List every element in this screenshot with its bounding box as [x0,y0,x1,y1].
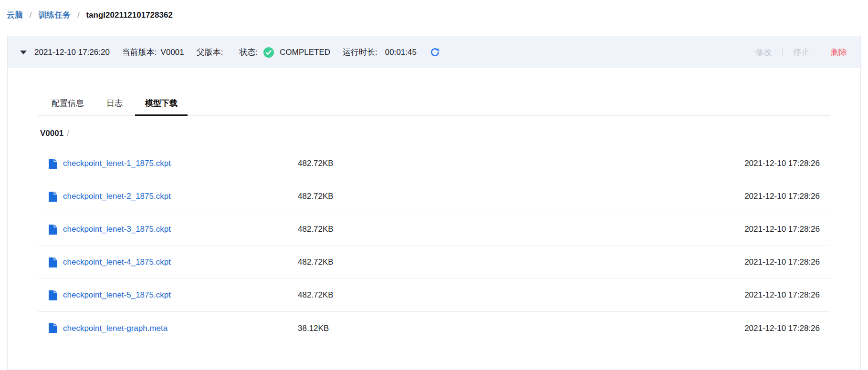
tab-model-download[interactable]: 模型下载 [135,93,188,116]
status-value: COMPLETED [280,48,330,57]
file-icon [49,323,57,333]
stop-button[interactable]: 停止 [793,47,809,58]
file-download-link[interactable]: checkpoint_lenet-3_1875.ckpt [63,225,171,234]
page: 云脑 / 训练任务 / tangl202112101728362 2021-12… [0,0,868,370]
version-actions: 修改 停止 删除 [755,47,847,58]
file-download-link[interactable]: checkpoint_lenet-5_1875.ckpt [63,290,171,300]
version-created-time: 2021-12-10 17:26:20 [34,48,110,57]
breadcrumb-link-training-tasks[interactable]: 训练任务 [38,10,71,20]
file-icon [49,257,57,267]
action-divider [782,48,783,56]
version-detail-body: 配置信息 日志 模型下载 V0001/ checkpoint_lenet-1_1… [8,93,860,345]
tab-bar: 配置信息 日志 模型下载 [38,93,830,116]
model-version-path: V0001/ [40,129,830,138]
file-name-cell: checkpoint_lenet-4_1875.ckpt [38,257,298,267]
duration-value: 00:01:45 [385,48,417,57]
delete-button[interactable]: 删除 [831,47,847,58]
file-modified-time: 2021-12-10 17:28:26 [744,257,820,267]
file-size: 482.72KB [298,192,744,201]
file-download-link[interactable]: checkpoint_lenet-2_1875.ckpt [63,192,171,201]
file-row: checkpoint_lenet-2_1875.ckpt 482.72KB 20… [38,180,830,213]
file-icon [49,225,57,235]
file-name-cell: checkpoint_lenet-2_1875.ckpt [38,192,298,202]
parent-version-label: 父版本: [197,47,223,58]
file-name-cell: checkpoint_lenet-3_1875.ckpt [38,225,298,235]
file-size: 482.72KB [298,290,744,300]
file-name-cell: checkpoint_lenet-5_1875.ckpt [38,290,298,300]
model-file-table: checkpoint_lenet-1_1875.ckpt 482.72KB 20… [38,147,830,345]
file-size: 38.12KB [298,324,744,333]
current-version-label: 当前版本: [122,47,157,58]
breadcrumb-current-task: tangl202112101728362 [86,10,173,20]
path-separator: / [67,129,69,138]
file-modified-time: 2021-12-10 17:28:26 [744,290,820,300]
tab-logs[interactable]: 日志 [96,93,133,116]
file-download-link[interactable]: checkpoint_lenet-graph.meta [63,324,167,333]
file-size: 482.72KB [298,159,744,168]
breadcrumb-separator: / [30,10,32,20]
status-check-circle-icon [263,47,274,58]
breadcrumb-separator: / [77,10,80,20]
file-icon [49,192,57,202]
file-row: checkpoint_lenet-4_1875.ckpt 482.72KB 20… [38,246,830,279]
current-version-value: V0001 [161,48,184,57]
breadcrumb: 云脑 / 训练任务 / tangl202112101728362 [0,0,868,21]
file-modified-time: 2021-12-10 17:28:26 [744,192,820,201]
tab-config-info[interactable]: 配置信息 [42,93,94,116]
status: 状态: COMPLETED [240,47,331,58]
file-size: 482.72KB [298,257,744,267]
file-modified-time: 2021-12-10 17:28:26 [744,324,820,333]
file-modified-time: 2021-12-10 17:28:26 [744,225,820,234]
file-row: checkpoint_lenet-1_1875.ckpt 482.72KB 20… [38,147,830,180]
duration-label: 运行时长: [343,47,377,58]
current-version: 当前版本: V0001 [122,47,184,58]
file-size: 482.72KB [298,225,744,234]
file-row: checkpoint_lenet-graph.meta 38.12KB 2021… [38,312,830,345]
modify-button[interactable]: 修改 [755,47,772,58]
version-folder[interactable]: V0001 [40,129,63,138]
file-icon [49,159,57,169]
file-download-link[interactable]: checkpoint_lenet-4_1875.ckpt [63,257,171,267]
file-icon [49,290,57,300]
breadcrumb-link-cloudbrain[interactable]: 云脑 [7,10,23,20]
version-header-bar: 2021-12-10 17:26:20 当前版本: V0001 父版本: 状态:… [8,36,860,68]
file-row: checkpoint_lenet-5_1875.ckpt 482.72KB 20… [38,279,830,312]
file-name-cell: checkpoint_lenet-graph.meta [38,323,298,333]
task-detail-card: 2021-12-10 17:26:20 当前版本: V0001 父版本: 状态:… [7,36,861,370]
duration: 运行时长: 00:01:45 [343,47,417,58]
collapse-caret-icon[interactable] [20,51,27,54]
file-modified-time: 2021-12-10 17:28:26 [744,159,820,168]
status-label: 状态: [240,47,258,58]
file-row: checkpoint_lenet-3_1875.ckpt 482.72KB 20… [38,213,830,246]
action-divider [820,48,820,56]
file-name-cell: checkpoint_lenet-1_1875.ckpt [38,159,298,169]
parent-version: 父版本: [197,47,227,58]
file-download-link[interactable]: checkpoint_lenet-1_1875.ckpt [63,159,171,168]
refresh-icon[interactable] [430,47,440,57]
